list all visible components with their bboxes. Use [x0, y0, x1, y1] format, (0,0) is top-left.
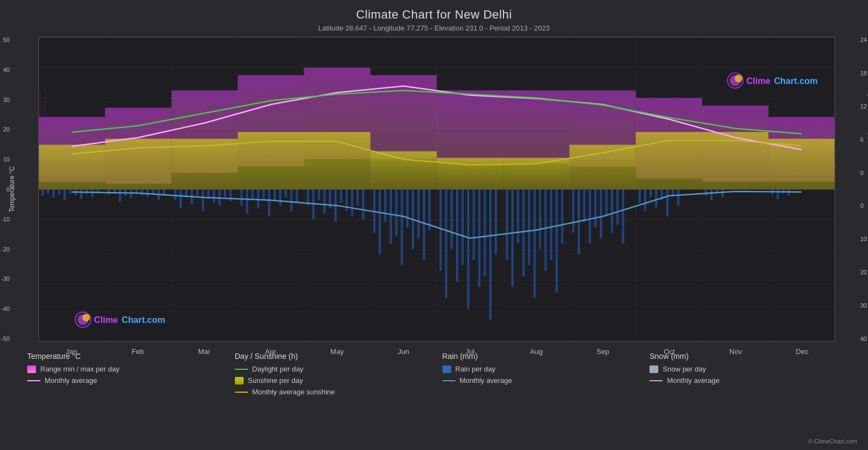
svg-rect-68 — [141, 189, 143, 195]
svg-rect-138 — [561, 189, 563, 244]
y-left-0: 0 — [7, 186, 10, 193]
legend-temperature: Temperature °C Range min / max per day M… — [22, 352, 229, 399]
y-right-12: 12 — [860, 103, 867, 110]
svg-rect-139 — [572, 189, 574, 233]
legend-rain-swatch: Rain per day — [442, 365, 639, 373]
svg-rect-83 — [229, 189, 232, 201]
y-left-30: 30 — [3, 97, 10, 103]
svg-rect-50 — [768, 139, 835, 189]
chart-subtitle: Latitude 28.647 - Longitude 77.275 - Ele… — [0, 24, 868, 32]
svg-rect-54 — [58, 189, 60, 195]
svg-rect-114 — [417, 189, 420, 238]
svg-rect-101 — [340, 189, 342, 203]
svg-rect-89 — [268, 189, 270, 217]
legend-snow-avg-label: Monthly average — [667, 376, 719, 385]
svg-rect-137 — [556, 189, 558, 292]
svg-rect-51 — [41, 189, 44, 196]
legend-snow-avg: Monthly average — [650, 376, 846, 385]
svg-rect-72 — [163, 189, 165, 195]
svg-rect-158 — [711, 189, 713, 200]
svg-rect-157 — [705, 189, 707, 196]
svg-rect-131 — [523, 189, 525, 276]
legend-temp-avg: Monthly average — [27, 376, 224, 385]
x-label-may: May — [304, 347, 371, 356]
y-left-n50: -50 — [1, 335, 10, 342]
svg-rect-84 — [240, 189, 242, 206]
svg-rect-92 — [284, 189, 287, 197]
svg-rect-152 — [655, 189, 657, 208]
legend-snow: Snow (mm) Snow per day Monthly average — [644, 352, 852, 399]
y-right-r40: 40 — [860, 335, 867, 342]
x-label-dec: Dec — [769, 347, 835, 356]
svg-rect-46 — [503, 158, 569, 189]
svg-rect-146 — [611, 189, 613, 233]
svg-rect-136 — [550, 189, 552, 260]
svg-rect-120 — [456, 189, 458, 281]
y-left-n20: -20 — [1, 246, 10, 253]
svg-point-167 — [82, 314, 90, 321]
svg-rect-93 — [290, 189, 293, 211]
y-right-6: 6 — [860, 136, 864, 143]
svg-rect-122 — [467, 189, 469, 309]
svg-rect-160 — [721, 189, 724, 197]
legend-sunshine-avg-label: Monthly average sunshine — [252, 388, 335, 396]
legend-sunshine-swatch: Sunshine per day — [235, 376, 432, 385]
x-label-jun: Jun — [371, 347, 437, 356]
svg-rect-147 — [616, 189, 618, 225]
legend-rain-label: Rain per day — [456, 365, 496, 373]
x-label-jul: Jul — [437, 347, 503, 356]
svg-rect-85 — [246, 189, 248, 214]
svg-rect-108 — [384, 189, 386, 222]
svg-rect-97 — [318, 189, 320, 200]
svg-rect-128 — [506, 189, 508, 260]
x-label-sep: Sep — [569, 347, 636, 356]
svg-rect-115 — [423, 189, 425, 260]
svg-rect-90 — [274, 189, 276, 201]
svg-rect-40 — [105, 139, 172, 189]
svg-rect-150 — [644, 189, 646, 211]
chart-svg: Clime Chart.com Clime Chart.com — [38, 37, 835, 342]
legend-daylight-label: Daylight per day — [252, 365, 304, 373]
svg-rect-88 — [263, 189, 265, 199]
svg-rect-74 — [180, 189, 182, 208]
x-axis: Jan Feb Mar Apr May Jun Jul Aug Sep Oct … — [38, 347, 835, 356]
svg-rect-144 — [600, 189, 602, 238]
x-label-feb: Feb — [105, 347, 171, 356]
legend-rain-avg-label: Monthly average — [460, 376, 512, 385]
svg-rect-70 — [152, 189, 154, 194]
legend-snow-label: Snow per day — [663, 365, 706, 373]
svg-rect-86 — [252, 189, 254, 200]
svg-rect-47 — [569, 145, 636, 189]
x-label-mar: Mar — [171, 347, 238, 356]
svg-rect-98 — [324, 189, 326, 214]
x-label-jan: Jan — [38, 347, 105, 356]
svg-rect-123 — [472, 189, 475, 260]
y-right-r30: 30 — [860, 302, 867, 309]
x-label-oct: Oct — [636, 347, 702, 356]
svg-rect-44 — [371, 151, 437, 189]
svg-rect-87 — [257, 189, 259, 208]
x-label-nov: Nov — [702, 347, 769, 356]
y-left-n10: -10 — [1, 216, 10, 223]
svg-rect-117 — [440, 189, 442, 271]
y-right-r0: 0 — [860, 202, 864, 209]
y-right-18: 18 — [860, 70, 867, 76]
legend-rain: Rain (mm) Rain per day Monthly average — [437, 352, 645, 399]
svg-rect-110 — [395, 189, 397, 236]
svg-rect-80 — [213, 189, 215, 203]
svg-rect-112 — [406, 189, 409, 227]
daylight-line — [235, 369, 248, 370]
svg-text:Chart.com: Chart.com — [774, 76, 817, 86]
rain-swatch — [442, 365, 451, 373]
y-right-24: 24 — [860, 37, 867, 43]
svg-rect-143 — [594, 189, 597, 227]
svg-rect-109 — [390, 189, 392, 244]
svg-rect-105 — [362, 189, 365, 219]
svg-rect-149 — [639, 189, 641, 203]
legend-temp-avg-label: Monthly average — [45, 376, 97, 385]
svg-rect-111 — [401, 189, 403, 266]
y-left-40: 40 — [3, 67, 10, 73]
y-left-10: 10 — [3, 156, 10, 163]
temp-avg-line — [27, 380, 40, 381]
y-right-0: 0 — [860, 170, 864, 176]
